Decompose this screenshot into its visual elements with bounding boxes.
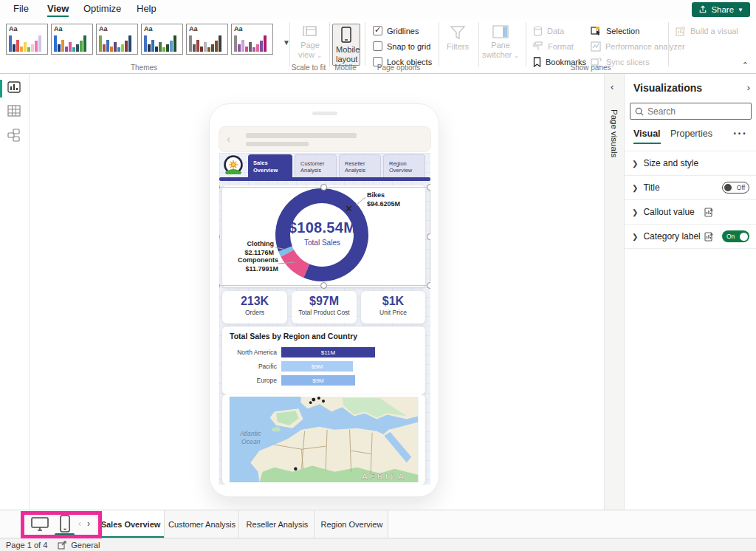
filters-label: Filters — [447, 42, 469, 51]
model-view-icon — [7, 129, 21, 142]
resize-handle[interactable] — [427, 282, 430, 289]
build-a-visual-icon — [676, 26, 686, 36]
donut-chart-visual[interactable]: $108.54M Total Sales Bikes $94.6205M Clo… — [222, 185, 425, 287]
page-tab-label: Customer Analysis — [168, 520, 236, 529]
section-callout-value[interactable]: ❯ Callout value — [625, 199, 756, 224]
conditional-formatting-icon[interactable] — [704, 207, 714, 217]
resize-handle[interactable] — [219, 233, 220, 240]
menu-optimize[interactable]: Optimize — [83, 3, 121, 14]
page-tab-customer-analysis[interactable]: Customer Analysis — [165, 510, 239, 538]
menu-view[interactable]: View — [47, 3, 69, 14]
resize-handle[interactable] — [427, 184, 430, 191]
report-tab-sales-overview[interactable]: Sales Overview — [248, 154, 292, 179]
section-size-and-style[interactable]: ❯ Size and style — [625, 151, 756, 175]
report-tab-reseller-analysis[interactable]: Reseller Analysis — [339, 154, 381, 179]
chevron-down-icon: ▼ — [738, 7, 743, 13]
performance-analyzer-icon — [591, 41, 601, 52]
page-tab-label: Reseller Analysis — [247, 520, 309, 529]
themes-dropdown-icon[interactable]: ▼ — [281, 15, 292, 69]
title-toggle-off[interactable]: Off — [722, 182, 749, 194]
bar[interactable]: $9M — [281, 361, 353, 372]
performance-analyzer-toggle[interactable]: Performance analyzer — [591, 41, 685, 52]
back-chevron-icon: ‹ — [227, 132, 230, 145]
donut-center-callout: $108.54M Total Sales — [269, 219, 376, 247]
tab-scroll-left-icon[interactable]: ‹ — [78, 519, 81, 529]
mobile-view-button[interactable] — [59, 515, 71, 535]
collapse-panel-icon[interactable]: ‹ — [611, 81, 614, 92]
bar-row-north-america[interactable]: North America$11M — [222, 347, 419, 357]
gridlines-checkbox[interactable]: Gridlines — [373, 26, 419, 35]
donut-slice-components[interactable] — [287, 253, 306, 271]
conditional-formatting-icon[interactable] — [704, 231, 714, 242]
toggle-knob — [740, 233, 748, 241]
theme-swatch-6[interactable]: Aa — [231, 24, 273, 55]
powerbi-window: File View Optimize Help Share ▼ AaAaAaAa… — [0, 0, 756, 551]
more-options-icon[interactable]: ··· — [733, 127, 747, 140]
themes-group-label: Themes — [103, 64, 185, 72]
page-tab-reseller-analysis[interactable]: Reseller Analysis — [240, 510, 315, 538]
table-view-button[interactable] — [7, 105, 22, 120]
mobile-layout-button[interactable]: Mobile layout — [332, 24, 360, 66]
search-box[interactable] — [630, 103, 752, 120]
resize-handle[interactable] — [219, 282, 220, 289]
resize-handle[interactable] — [219, 184, 220, 191]
map-visual[interactable]: Atlantic Ocean AFRICA — [222, 394, 425, 485]
selection-pane-toggle[interactable]: Selection — [591, 26, 639, 36]
bar-chart-visual[interactable]: Total Sales by Region and Country North … — [222, 326, 425, 394]
pane-switcher-button[interactable]: Pane switcher ⌄ — [481, 25, 520, 59]
bar-row-pacific[interactable]: Pacific$9M — [222, 361, 419, 372]
tab-properties[interactable]: Properties — [670, 129, 712, 143]
section-name-label[interactable]: General — [71, 541, 100, 550]
pane-switcher-label: Pane switcher — [482, 41, 512, 59]
kpi-card-unit-price[interactable]: $1K Unit Price — [361, 291, 425, 324]
resize-handle[interactable] — [427, 233, 430, 240]
desktop-view-button[interactable] — [31, 517, 49, 535]
theme-swatch-3[interactable]: Aa — [96, 24, 138, 55]
report-view-button[interactable] — [7, 81, 22, 96]
checkbox-checked-icon[interactable] — [373, 26, 382, 35]
search-input[interactable] — [647, 106, 736, 117]
data-pane-toggle[interactable]: Data — [533, 26, 564, 36]
build-a-visual-label: Build a visual — [690, 27, 738, 35]
theme-aa-label: Aa — [189, 25, 198, 32]
open-section-icon — [58, 541, 66, 550]
bar[interactable]: $11M — [281, 347, 375, 357]
theme-swatch-5[interactable]: Aa — [186, 24, 228, 55]
tab-scroll-right-icon[interactable]: › — [87, 519, 90, 529]
page-tab-region-overview[interactable]: Region Overview — [316, 510, 388, 538]
collapse-ribbon-icon[interactable]: ⌃ — [742, 61, 749, 70]
build-a-visual-button[interactable]: Build a visual — [676, 26, 738, 36]
checkbox-icon[interactable] — [373, 41, 382, 51]
model-view-button[interactable] — [7, 129, 22, 143]
kpi-card-orders[interactable]: 213K Orders — [222, 291, 287, 324]
menu-help[interactable]: Help — [137, 3, 157, 14]
theme-swatch-4[interactable]: Aa — [141, 24, 183, 55]
ocean-label-line2: Ocean — [241, 438, 261, 445]
theme-aa-label: Aa — [9, 25, 18, 32]
bar-row-europe[interactable]: Europe$9M — [222, 375, 419, 386]
section-title[interactable]: ❯ Title Off — [625, 175, 756, 199]
section-category-label[interactable]: ❯ Category label On — [625, 224, 756, 248]
report-tab-label: Region Overview — [389, 160, 425, 174]
expand-panel-icon[interactable]: › — [747, 82, 750, 93]
page-view-button[interactable]: Page view ⌄ — [294, 25, 326, 59]
share-button[interactable]: Share ▼ — [692, 2, 750, 17]
report-tab-customer-analysis[interactable]: Customer Analysis — [295, 154, 337, 179]
theme-swatch-1[interactable]: Aa — [6, 24, 48, 55]
page-tab-sales-overview[interactable]: Sales Overview — [97, 510, 165, 538]
category-label-toggle-on[interactable]: On — [722, 230, 749, 242]
report-canvas[interactable]: ‹ Sales Overview Customer Analysis Resel… — [30, 74, 604, 510]
bar[interactable]: $9M — [281, 375, 355, 386]
page-visuals-label[interactable]: Page visuals — [610, 109, 619, 157]
kpi-card-total-product-cost[interactable]: $97M Total Product Cost — [292, 291, 357, 324]
tab-visual[interactable]: Visual — [633, 129, 661, 144]
format-pane-toggle[interactable]: Format — [533, 41, 574, 51]
theme-swatch-2[interactable]: Aa — [51, 24, 93, 55]
components-label: Components — [222, 256, 278, 265]
chevron-right-icon: ❯ — [632, 184, 638, 192]
report-tab-region-overview[interactable]: Region Overview — [383, 154, 425, 179]
filters-button[interactable]: Filters — [443, 25, 472, 52]
menu-file[interactable]: File — [13, 3, 29, 14]
share-label: Share — [711, 5, 734, 14]
snap-to-grid-checkbox[interactable]: Snap to grid — [373, 41, 430, 51]
